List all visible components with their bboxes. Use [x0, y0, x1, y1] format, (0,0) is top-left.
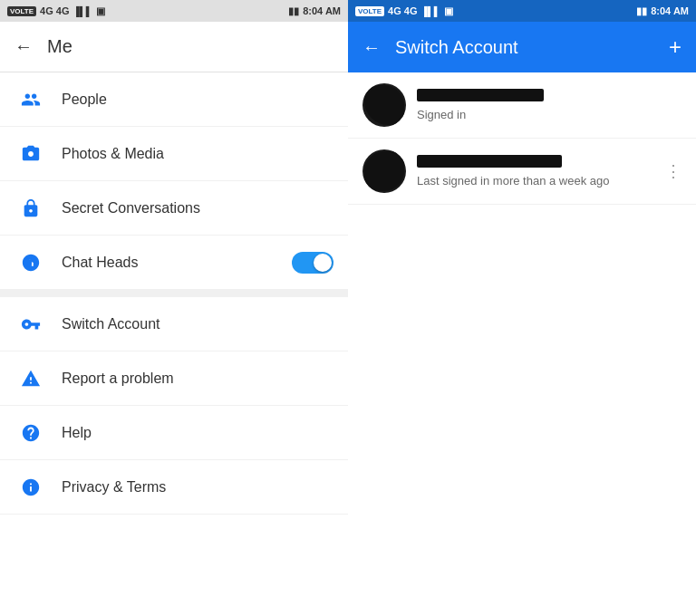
page-title-left: Me: [47, 36, 72, 57]
add-account-button[interactable]: +: [669, 34, 682, 60]
svg-point-1: [31, 255, 37, 262]
account-info-2: Last signed in more than a week ago: [417, 155, 665, 188]
switch-account-label: Switch Account: [62, 316, 334, 332]
menu-item-chat-heads[interactable]: Chat Heads: [0, 236, 348, 290]
help-label: Help: [62, 425, 334, 441]
network-right: 4G 4G: [388, 5, 417, 16]
status-left-icons: VOLTE 4G 4G ▐▌▌ ▣: [7, 5, 105, 17]
time-right: 8:04 AM: [651, 5, 689, 16]
svg-point-0: [24, 258, 32, 266]
menu-item-people[interactable]: People: [0, 72, 348, 127]
camera-status-icon-right: ▣: [444, 5, 453, 17]
left-panel: VOLTE 4G 4G ▐▌▌ ▣ ▮▮ 8:04 AM ← Me People: [0, 0, 348, 616]
people-icon: [14, 83, 47, 116]
info-icon: [14, 471, 47, 504]
report-problem-label: Report a problem: [62, 371, 334, 387]
network-left: 4G 4G: [40, 5, 69, 16]
status-right-left-icons: VOLTE 4G 4G ▐▌▌ ▣: [355, 5, 453, 17]
time-left: 8:04 AM: [303, 5, 341, 16]
privacy-terms-label: Privacy & Terms: [62, 479, 334, 496]
avatar-2: [362, 149, 406, 193]
menu-list-left: People Photos & Media Secret Conversatio…: [0, 72, 348, 616]
battery-right: ▮▮: [636, 5, 647, 17]
signal-right: ▐▌▌: [420, 6, 440, 16]
signal-left: ▐▌▌: [72, 6, 92, 16]
account-status-2: Last signed in more than a week ago: [417, 174, 609, 188]
account-name-redacted-1: [417, 89, 544, 101]
status-right-right-icons: ▮▮ 8:04 AM: [636, 5, 689, 17]
right-panel: VOLTE 4G 4G ▐▌▌ ▣ ▮▮ 8:04 AM ← Switch Ac…: [348, 0, 696, 616]
menu-item-photos[interactable]: Photos & Media: [0, 127, 348, 181]
camera-icon: [14, 138, 47, 170]
menu-item-help[interactable]: Help: [0, 406, 348, 460]
status-bar-right: VOLTE 4G 4G ▐▌▌ ▣ ▮▮ 8:04 AM: [348, 0, 696, 22]
account-name-redacted-2: [417, 155, 562, 168]
chat-heads-label: Chat Heads: [62, 255, 292, 271]
status-bar-left: VOLTE 4G 4G ▐▌▌ ▣ ▮▮ 8:04 AM: [0, 0, 348, 22]
back-button-left[interactable]: ←: [14, 36, 33, 57]
warning-icon: [14, 362, 47, 395]
menu-item-switch-account[interactable]: Switch Account: [0, 297, 348, 351]
more-options-button[interactable]: ⋮: [665, 161, 682, 181]
menu-item-report-problem[interactable]: Report a problem: [0, 351, 348, 406]
key-icon: [14, 308, 47, 341]
help-icon: [14, 417, 47, 449]
account-info-1: Signed in: [417, 89, 682, 122]
account-item-2[interactable]: Last signed in more than a week ago ⋮: [348, 139, 696, 205]
photos-label: Photos & Media: [62, 146, 334, 162]
lock-icon: [14, 192, 47, 225]
people-label: People: [62, 91, 334, 108]
back-button-right[interactable]: ←: [362, 37, 381, 58]
page-title-right: Switch Account: [395, 37, 654, 58]
menu-item-privacy-terms[interactable]: Privacy & Terms: [0, 460, 348, 515]
avatar-1: [362, 83, 406, 127]
status-right-icons-left: ▮▮ 8:04 AM: [288, 5, 341, 17]
account-status-1: Signed in: [417, 108, 466, 121]
secret-conversations-label: Secret Conversations: [62, 200, 334, 217]
section-divider: [0, 290, 348, 297]
camera-status-icon: ▣: [96, 5, 105, 17]
battery-left: ▮▮: [288, 5, 299, 17]
volte-badge: VOLTE: [7, 6, 36, 16]
chat-heads-icon: [14, 246, 47, 279]
header-right: ← Switch Account +: [348, 22, 696, 72]
chat-heads-toggle[interactable]: [292, 252, 334, 274]
volte-badge-right: VOLTE: [355, 6, 384, 16]
header-left: ← Me: [0, 22, 348, 72]
account-list: Signed in Last signed in more than a wee…: [348, 72, 696, 616]
account-item-1[interactable]: Signed in: [348, 72, 696, 139]
menu-item-secret-conversations[interactable]: Secret Conversations: [0, 181, 348, 236]
